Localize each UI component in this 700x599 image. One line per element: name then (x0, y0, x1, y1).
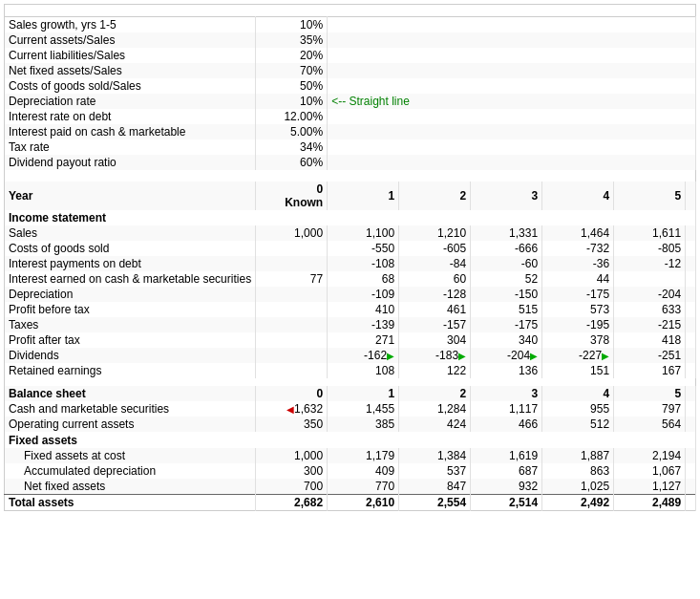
income-col4: 573 (542, 302, 614, 317)
income-row-label: Dividends (5, 348, 256, 363)
assumption-label: Depreciation rate (5, 94, 256, 109)
income-col2: -605 (399, 241, 471, 256)
income-row: Taxes -139 -157 -175 -195 -215 (5, 317, 696, 332)
income-col2: 461 (399, 302, 471, 317)
assumption-value: 60% (256, 155, 328, 170)
income-col5: -251 (614, 348, 686, 363)
assumption-note (328, 32, 696, 48)
balance-sheet-label: Balance sheet (5, 386, 256, 401)
income-col5: 167 (614, 363, 686, 378)
income-row-label: Taxes (5, 317, 256, 332)
income-row-label: Interest earned on cash & marketable sec… (5, 271, 256, 287)
bal-col1: 770 (328, 479, 399, 495)
income-col1: 1,100 (328, 225, 399, 241)
assumption-value: 50% (256, 78, 328, 94)
income-col1: -139 (328, 317, 399, 332)
income-col3: -666 (471, 241, 542, 256)
assumption-row: Depreciation rate 10% <-- Straight line (5, 94, 696, 109)
income-col2: 122 (399, 363, 471, 378)
income-col0 (256, 348, 328, 363)
income-col3: 52 (471, 271, 542, 287)
bal-col4: 512 (542, 417, 614, 432)
income-col1: -108 (328, 256, 399, 271)
income-col3: -175 (471, 317, 542, 332)
income-col0: 1,000 (256, 225, 328, 241)
dividend-triangle: ▶ (602, 351, 609, 361)
income-col3: 340 (471, 332, 542, 348)
assumption-note: <-- Straight line (328, 94, 696, 109)
assumption-row: Current assets/Sales 35% (5, 32, 696, 48)
assumption-label: Tax rate (5, 139, 256, 155)
assumption-value: 34% (256, 139, 328, 155)
income-col1: -550 (328, 241, 399, 256)
bal-col2: 424 (399, 417, 471, 432)
income-col2: -183▶ (399, 348, 471, 363)
bal-col5: 1,127 (614, 479, 686, 495)
income-row: Profit after tax 271 304 340 378 418 (5, 332, 696, 348)
bal-col4: 2,492 (542, 495, 614, 511)
dividend-triangle: ▶ (530, 351, 538, 361)
income-col5: -12 (614, 256, 686, 271)
assumption-row: Interest paid on cash & marketable 5.00% (5, 124, 696, 139)
income-row-label: Costs of goods sold (5, 241, 256, 256)
balance-row: Cash and marketable securities ◀1,632 1,… (5, 401, 696, 417)
income-row: Interest earned on cash & marketable sec… (5, 271, 696, 287)
col-4-header: 4 (542, 182, 614, 210)
income-col0: 77 (256, 271, 328, 287)
balance-row-label: Total assets (5, 495, 256, 511)
balance-row: Operating current assets 350 385 424 466… (5, 417, 696, 432)
income-col0 (256, 287, 328, 302)
assumption-note (328, 78, 696, 94)
assumption-label: Interest paid on cash & marketable (5, 124, 256, 139)
income-col3: -204▶ (471, 348, 542, 363)
bal-col2: 1,384 (399, 448, 471, 463)
bal-col5: 2,194 (614, 448, 686, 463)
income-row: Depreciation -109 -128 -150 -175 -204 (5, 287, 696, 302)
balance-row-label: Cash and marketable securities (5, 401, 256, 417)
income-col4: -227▶ (542, 348, 614, 363)
assumption-label: Interest rate on debt (5, 109, 256, 124)
assumption-note (328, 63, 696, 78)
bal-col1: 1,455 (328, 401, 399, 417)
income-col5: -204 (614, 287, 686, 302)
income-row: Dividends -162▶ -183▶ -204▶ -227▶ -251 (5, 348, 696, 363)
bal-col1: 409 (328, 463, 399, 479)
income-col2: -157 (399, 317, 471, 332)
bal-col2: 1,284 (399, 401, 471, 417)
income-row-label: Interest payments on debt (5, 256, 256, 271)
assumption-label: Costs of goods sold/Sales (5, 78, 256, 94)
assumption-note (328, 155, 696, 170)
main-table: Sales growth, yrs 1-5 10% Current assets… (4, 16, 696, 511)
assumption-value: 20% (256, 48, 328, 63)
income-row: Retained earnings 108 122 136 151 167 (5, 363, 696, 378)
income-col1: 410 (328, 302, 399, 317)
balance-sheet-header: Balance sheet 0 1 2 3 4 5 (5, 386, 696, 401)
assumption-value: 70% (256, 63, 328, 78)
bal-col0: 1,000 (256, 448, 328, 463)
income-col3: -150 (471, 287, 542, 302)
balance-row: Total assets 2,682 2,610 2,554 2,514 2,4… (5, 495, 696, 511)
income-col5: -215 (614, 317, 686, 332)
col-2-header: 2 (399, 182, 471, 210)
dividend-triangle: ▶ (458, 351, 466, 361)
bal-col4: 955 (542, 401, 614, 417)
balance-row-label: Accumulated depreciation (5, 463, 256, 479)
bal-col1: 1,179 (328, 448, 399, 463)
col-0-header: 0Known (256, 182, 328, 210)
income-col1: -162▶ (328, 348, 399, 363)
income-col2: 60 (399, 271, 471, 287)
assumption-note (328, 48, 696, 63)
income-col5 (614, 271, 686, 287)
assumption-row: Costs of goods sold/Sales 50% (5, 78, 696, 94)
bal-col1: 385 (328, 417, 399, 432)
bal-col0-header: 0 (256, 386, 328, 401)
bal-col1-header: 1 (328, 386, 399, 401)
assumption-label: Sales growth, yrs 1-5 (5, 17, 256, 33)
income-row-label: Sales (5, 225, 256, 241)
bal-col4: 863 (542, 463, 614, 479)
income-col5: 418 (614, 332, 686, 348)
bal-col5: 2,489 (614, 495, 686, 511)
income-row: Costs of goods sold -550 -605 -666 -732 … (5, 241, 696, 256)
bal-col0: ◀1,632 (256, 401, 328, 417)
balance-row: Accumulated depreciation 300 409 537 687… (5, 463, 696, 479)
